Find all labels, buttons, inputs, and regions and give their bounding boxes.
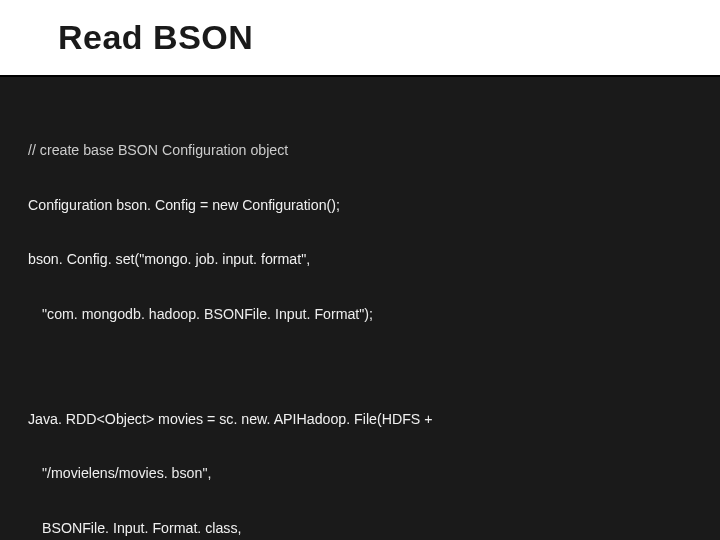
code-comment: // create base BSON Configuration object bbox=[28, 141, 692, 159]
code-line: BSONFile. Input. Format. class, bbox=[28, 519, 692, 537]
code-line: Java. RDD<Object> movies = sc. new. APIH… bbox=[28, 410, 692, 428]
blank-line bbox=[28, 359, 692, 373]
code-line: Configuration bson. Config = new Configu… bbox=[28, 196, 692, 214]
code-line: "com. mongodb. hadoop. BSONFile. Input. … bbox=[28, 305, 692, 323]
content-area: // create base BSON Configuration object… bbox=[0, 77, 720, 540]
title-area: Read BSON bbox=[0, 0, 720, 77]
code-line: "/movielens/movies. bson", bbox=[28, 464, 692, 482]
slide: Read BSON // create base BSON Configurat… bbox=[0, 0, 720, 540]
code-block: // create base BSON Configuration object… bbox=[28, 105, 692, 540]
code-line: bson. Config. set("mongo. job. input. fo… bbox=[28, 250, 692, 268]
slide-title: Read BSON bbox=[58, 18, 720, 57]
